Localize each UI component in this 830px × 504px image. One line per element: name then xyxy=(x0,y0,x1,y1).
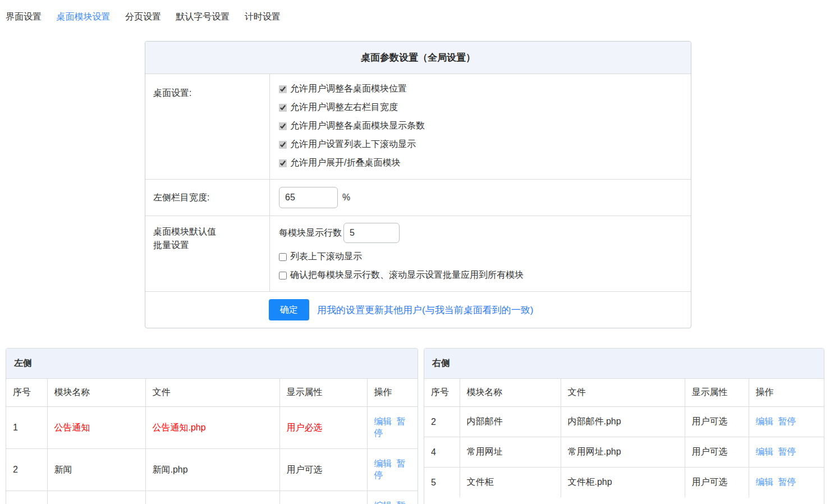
module-file-cell: 新闻.php xyxy=(145,449,279,491)
right-column-header-2: 文件 xyxy=(561,379,685,407)
right-column-header-3: 显示属性 xyxy=(685,379,749,407)
edit-link[interactable]: 编辑 xyxy=(374,459,392,468)
display-attr-cell: 用户可选 xyxy=(685,407,749,437)
left-width-field: % xyxy=(270,180,691,216)
left-table-row-0: 1公告通知公告通知.php用户必选编辑暂停 xyxy=(6,407,418,449)
operations-cell: 编辑暂停 xyxy=(367,449,418,491)
display-attr-cell: 用户可选 xyxy=(685,468,749,498)
edit-link[interactable]: 编辑 xyxy=(374,501,392,504)
batch-label-line1: 桌面模块默认值 xyxy=(153,225,263,239)
desktop-settings-row: 桌面设置: 允许用户调整各桌面模块位置允许用户调整左右栏目宽度允许用户调整各桌面… xyxy=(145,74,691,180)
right-column-header-4: 操作 xyxy=(749,379,824,407)
tab-timing-settings[interactable]: 计时设置 xyxy=(245,11,281,23)
left-modules-table: 左侧序号模块名称文件显示属性操作1公告通知公告通知.php用户必选编辑暂停2新闻… xyxy=(6,348,418,504)
edit-link[interactable]: 编辑 xyxy=(756,477,774,487)
left-table-row-2: 3待办事宜待办事宜.php用户必选编辑暂停 xyxy=(6,491,418,504)
batch-defaults-label: 桌面模块默认值 批量设置 xyxy=(145,216,270,291)
desktop-params-panel: 桌面参数设置（全局设置） 桌面设置: 允许用户调整各桌面模块位置允许用户调整左右… xyxy=(145,41,691,328)
left-column-header-4: 操作 xyxy=(367,379,418,407)
tab-paging-settings[interactable]: 分页设置 xyxy=(125,11,161,23)
tab-interface-settings[interactable]: 界面设置 xyxy=(6,11,42,23)
update-other-users-link[interactable]: 用我的设置更新其他用户(与我当前桌面看到的一致) xyxy=(317,304,533,317)
batch-setting-option-label-0: 列表上下滚动显示 xyxy=(290,251,362,263)
left-width-input[interactable] xyxy=(279,187,338,208)
desktop-setting-checkbox-3[interactable] xyxy=(279,141,287,149)
batch-defaults-fields: 每模块显示行数 列表上下滚动显示确认把每模块显示行数、滚动显示设置批量应用到所有… xyxy=(270,216,691,291)
module-file-cell: 待办事宜.php xyxy=(145,491,279,504)
left-width-row: 左侧栏目宽度: % xyxy=(145,180,691,216)
edit-link[interactable]: 编辑 xyxy=(756,416,774,426)
batch-setting-option-1: 确认把每模块显示行数、滚动显示设置批量应用到所有模块 xyxy=(279,266,682,285)
desktop-setting-option-label-2: 允许用户调整各桌面模块显示条数 xyxy=(290,120,425,132)
left-column-header-2: 文件 xyxy=(145,379,279,407)
module-name-cell: 常用网址 xyxy=(460,437,561,468)
desktop-settings-label: 桌面设置: xyxy=(145,74,270,179)
module-file-cell: 公告通知.php xyxy=(145,407,279,449)
left-table-title: 左侧 xyxy=(6,349,418,379)
module-name-cell: 内部邮件 xyxy=(460,407,561,437)
panel-title: 桌面参数设置（全局设置） xyxy=(145,42,691,74)
row-number-cell: 1 xyxy=(6,407,47,449)
display-attr-cell: 用户可选 xyxy=(279,449,367,491)
module-name-cell: 待办事宜 xyxy=(47,491,145,504)
module-name-cell: 文件柜 xyxy=(460,468,561,498)
row-number-cell: 4 xyxy=(424,437,460,468)
desktop-setting-option-label-3: 允许用户设置列表上下滚动显示 xyxy=(290,139,416,150)
left-width-label: 左侧栏目宽度: xyxy=(145,180,270,216)
row-number-cell: 2 xyxy=(424,407,460,437)
tab-default-font-settings[interactable]: 默认字号设置 xyxy=(176,11,230,23)
rows-per-module-label: 每模块显示行数 xyxy=(279,227,342,239)
rows-per-module-field: 每模块显示行数 xyxy=(279,223,682,243)
row-number-cell: 5 xyxy=(424,468,460,498)
right-table-row-0: 2内部邮件内部邮件.php用户可选编辑暂停 xyxy=(424,407,824,437)
confirm-button[interactable]: 确定 xyxy=(269,299,309,320)
batch-options: 列表上下滚动显示确认把每模块显示行数、滚动显示设置批量应用到所有模块 xyxy=(279,248,682,285)
left-width-unit: % xyxy=(342,193,350,203)
rows-per-module-input[interactable] xyxy=(343,223,400,243)
right-column-header-0: 序号 xyxy=(424,379,460,407)
edit-link[interactable]: 编辑 xyxy=(374,416,392,426)
tab-desktop-module-settings[interactable]: 桌面模块设置 xyxy=(56,11,110,23)
operations-cell: 编辑暂停 xyxy=(749,407,824,437)
row-number-cell: 3 xyxy=(6,491,47,504)
right-table-row-1: 4常用网址常用网址.php用户可选编辑暂停 xyxy=(424,437,824,468)
desktop-setting-option-label-4: 允许用户展开/折叠桌面模块 xyxy=(290,157,400,169)
row-number-cell: 2 xyxy=(6,449,47,491)
desktop-setting-option-2: 允许用户调整各桌面模块显示条数 xyxy=(279,117,682,135)
desktop-setting-option-label-1: 允许用户调整左右栏目宽度 xyxy=(290,102,398,113)
settings-tabbar: 界面设置 桌面模块设置 分页设置 默认字号设置 计时设置 xyxy=(0,0,830,31)
right-column-header-1: 模块名称 xyxy=(460,379,561,407)
desktop-setting-checkbox-1[interactable] xyxy=(279,104,287,112)
desktop-setting-checkbox-4[interactable] xyxy=(279,159,287,167)
module-file-cell: 文件柜.php xyxy=(561,468,685,498)
edit-link[interactable]: 编辑 xyxy=(756,447,774,456)
display-attr-cell: 用户必选 xyxy=(279,407,367,449)
right-table-row-2: 5文件柜文件柜.php用户可选编辑暂停 xyxy=(424,468,824,498)
batch-setting-checkbox-0[interactable] xyxy=(279,253,287,261)
left-table-row-1: 2新闻新闻.php用户可选编辑暂停 xyxy=(6,449,418,491)
batch-label-line2: 批量设置 xyxy=(153,239,263,252)
desktop-setting-checkbox-2[interactable] xyxy=(279,122,287,130)
desktop-setting-option-3: 允许用户设置列表上下滚动显示 xyxy=(279,135,682,154)
operations-cell: 编辑暂停 xyxy=(749,437,824,468)
desktop-setting-option-1: 允许用户调整左右栏目宽度 xyxy=(279,98,682,117)
operations-cell: 编辑暂停 xyxy=(367,407,418,449)
module-name-cell: 新闻 xyxy=(47,449,145,491)
batch-setting-checkbox-1[interactable] xyxy=(279,272,287,280)
module-file-cell: 内部邮件.php xyxy=(561,407,685,437)
left-column-header-3: 显示属性 xyxy=(279,379,367,407)
panel-action-row: 确定 用我的设置更新其他用户(与我当前桌面看到的一致) xyxy=(145,292,691,328)
desktop-setting-option-0: 允许用户调整各桌面模块位置 xyxy=(279,80,682,98)
desktop-setting-option-label-0: 允许用户调整各桌面模块位置 xyxy=(290,83,407,95)
right-table-title: 右侧 xyxy=(424,349,824,379)
desktop-setting-checkbox-0[interactable] xyxy=(279,85,287,93)
module-name-cell: 公告通知 xyxy=(47,407,145,449)
pause-link[interactable]: 暂停 xyxy=(778,477,796,487)
pause-link[interactable]: 暂停 xyxy=(778,416,796,426)
right-table-header-row: 序号模块名称文件显示属性操作 xyxy=(424,379,824,407)
desktop-settings-options: 允许用户调整各桌面模块位置允许用户调整左右栏目宽度允许用户调整各桌面模块显示条数… xyxy=(270,74,691,179)
operations-cell: 编辑暂停 xyxy=(367,491,418,504)
operations-cell: 编辑暂停 xyxy=(749,468,824,498)
display-attr-cell: 用户必选 xyxy=(279,491,367,504)
pause-link[interactable]: 暂停 xyxy=(778,447,796,456)
